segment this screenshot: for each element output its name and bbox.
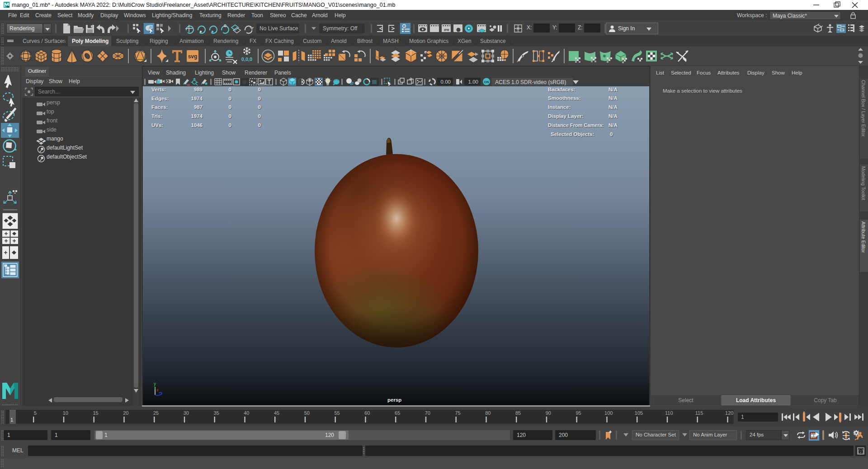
svg-text:{;}: {;} bbox=[857, 450, 864, 454]
svg-text:1.00: 1.00 bbox=[468, 79, 478, 84]
svg-text:ACES 1.0 SDR-video (sRGB): ACES 1.0 SDR-video (sRGB) bbox=[495, 79, 566, 85]
svg-text:35: 35 bbox=[213, 410, 219, 416]
svg-text:80: 80 bbox=[485, 410, 491, 416]
svg-text:45: 45 bbox=[274, 410, 279, 416]
svg-text:15: 15 bbox=[93, 410, 98, 416]
svg-text:50: 50 bbox=[304, 410, 310, 416]
svg-text:20: 20 bbox=[123, 410, 128, 416]
svg-text:65: 65 bbox=[395, 410, 400, 416]
svg-text:25: 25 bbox=[153, 410, 159, 416]
svg-text:105: 105 bbox=[635, 410, 643, 416]
svg-text:55: 55 bbox=[334, 410, 340, 416]
svg-text:5: 5 bbox=[34, 410, 37, 416]
svg-text:60: 60 bbox=[364, 410, 370, 416]
svg-text:95: 95 bbox=[576, 410, 581, 416]
svg-text:85: 85 bbox=[515, 410, 521, 416]
svg-text:100: 100 bbox=[604, 410, 613, 416]
svg-text:x: x bbox=[156, 388, 159, 392]
svg-text:40: 40 bbox=[244, 410, 249, 416]
svg-text:0.00: 0.00 bbox=[441, 79, 451, 84]
svg-text:75: 75 bbox=[455, 410, 460, 416]
svg-text:70: 70 bbox=[425, 410, 430, 416]
svg-text:ON: ON bbox=[484, 80, 489, 84]
svg-text:30: 30 bbox=[184, 410, 189, 416]
svg-text:120: 120 bbox=[725, 410, 733, 416]
svg-text:y: y bbox=[154, 381, 156, 386]
svg-text:IPR: IPR bbox=[444, 28, 449, 32]
svg-text:10: 10 bbox=[63, 410, 68, 416]
svg-text:90: 90 bbox=[546, 410, 551, 416]
svg-text:110: 110 bbox=[665, 410, 673, 416]
svg-text:115: 115 bbox=[695, 410, 703, 416]
